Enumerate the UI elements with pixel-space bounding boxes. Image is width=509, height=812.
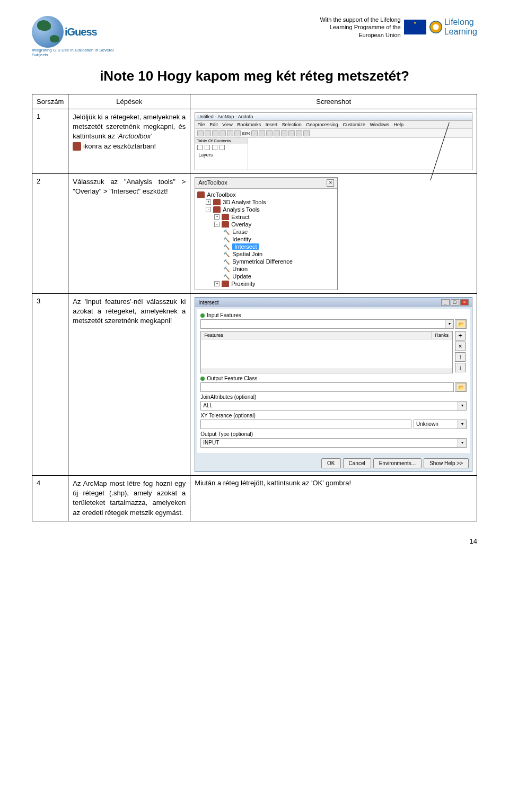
required-dot-icon xyxy=(200,377,205,381)
step-number: 1 xyxy=(32,109,68,174)
xy-unit-dropdown[interactable]: Unknown▾ xyxy=(414,420,467,429)
tree-node[interactable]: ArcToolbox xyxy=(197,191,335,198)
tree-tool[interactable]: Union xyxy=(197,265,335,273)
menu-item[interactable]: Windows xyxy=(370,122,389,127)
menu-item[interactable]: Customize xyxy=(343,122,365,127)
expand-icon[interactable]: + xyxy=(206,199,211,205)
toolbox-icon xyxy=(213,199,221,205)
add-button[interactable]: + xyxy=(455,331,466,340)
toolbar-icon[interactable] xyxy=(266,130,273,136)
table-row: 3 Az 'Input features'-nél válasszuk ki a… xyxy=(32,294,477,476)
tree-node[interactable]: -Analysis Tools xyxy=(197,206,335,213)
output-class-label: Output Feature Class xyxy=(207,376,257,381)
toolbar-icon[interactable] xyxy=(288,130,295,136)
maximize-icon[interactable]: ▢ xyxy=(451,299,459,305)
cancel-button[interactable]: Cancel xyxy=(343,458,371,468)
browse-button[interactable]: 📂 xyxy=(455,382,467,392)
step-text: Válasszuk az "Analysis tools" > "Overlay… xyxy=(68,174,190,294)
scrollbar[interactable] xyxy=(201,369,452,373)
close-icon[interactable]: × xyxy=(327,179,334,187)
expand-icon[interactable]: + xyxy=(214,281,220,286)
col-lepesek: Lépések xyxy=(68,94,190,109)
browse-button[interactable]: 📂 xyxy=(455,319,467,329)
toolbar-icon[interactable] xyxy=(251,130,258,136)
minimize-icon[interactable]: _ xyxy=(441,299,450,305)
close-icon[interactable]: × xyxy=(460,299,469,305)
move-down-button[interactable]: ↓ xyxy=(455,363,466,372)
screenshot-cell: Intersect _ ▢ × Input Features ▾ 📂 xyxy=(190,294,477,476)
eu-programme-logo: With the support of the Lifelong Learnin… xyxy=(320,16,477,39)
collapse-icon[interactable]: - xyxy=(214,222,220,227)
output-class-field[interactable] xyxy=(200,382,454,392)
step-number: 4 xyxy=(32,476,68,521)
toolbar-icon[interactable] xyxy=(197,130,204,136)
hammer-icon xyxy=(223,251,230,257)
menu-item[interactable]: Geoprocessing xyxy=(306,122,338,127)
toolbar-icon[interactable] xyxy=(259,130,265,136)
menu-bar: File Edit View Bookmarks Insert Selectio… xyxy=(195,121,472,129)
menu-item[interactable]: Bookmarks xyxy=(237,122,261,127)
screenshot-cell: ArcToolbox × ArcToolbox +3D Analyst Tool… xyxy=(190,174,477,294)
ranks-column: Ranks xyxy=(432,331,452,339)
tree-tool[interactable]: Identity xyxy=(197,235,335,243)
tree-tool[interactable]: Erase xyxy=(197,228,335,235)
step-text: Jelöljük ki a rétegeket, amelyeknek a me… xyxy=(68,109,190,174)
toolbar-icon[interactable] xyxy=(303,130,310,136)
toolbar-icon[interactable] xyxy=(227,130,233,136)
layers-item[interactable]: Layers xyxy=(195,151,248,159)
environments-button[interactable]: Environments... xyxy=(373,458,422,468)
tree-tool[interactable]: Update xyxy=(197,273,335,280)
toolbar-icon[interactable] xyxy=(274,130,280,136)
toolbar-icon[interactable] xyxy=(234,130,241,136)
menu-item[interactable]: Selection xyxy=(282,122,302,127)
toolbar-icon[interactable] xyxy=(205,130,211,136)
toolbar-icon[interactable] xyxy=(212,130,218,136)
arctoolbox-panel-screenshot: ArcToolbox × ArcToolbox +3D Analyst Tool… xyxy=(195,177,338,290)
ok-button[interactable]: OK xyxy=(321,458,340,468)
remove-button[interactable]: × xyxy=(455,342,466,351)
toc-title: Table Of Contents xyxy=(195,138,248,144)
iguess-brand-text: iGuess xyxy=(65,26,97,38)
toolbar-icon[interactable] xyxy=(220,130,226,136)
expand-icon[interactable]: + xyxy=(214,214,220,220)
tree-tool[interactable]: Spatial Join xyxy=(197,250,335,258)
menu-item[interactable]: Insert xyxy=(266,122,278,127)
features-list[interactable]: Features Ranks xyxy=(200,331,453,373)
show-help-button[interactable]: Show Help >> xyxy=(424,458,469,468)
tree-node[interactable]: -Overlay xyxy=(197,221,335,228)
collapse-icon[interactable]: - xyxy=(206,207,211,212)
chevron-down-icon[interactable]: ▾ xyxy=(458,420,466,429)
iguess-subtitle: Integrating GIS Use in Education in Seve… xyxy=(32,48,127,57)
move-up-button[interactable]: ↑ xyxy=(455,352,466,362)
tree-tool[interactable]: Symmetrical Difference xyxy=(197,258,335,265)
page-number: 14 xyxy=(32,537,477,545)
menu-item[interactable]: File xyxy=(197,122,205,127)
features-column: Features xyxy=(201,331,432,339)
chevron-down-icon[interactable]: ▾ xyxy=(458,401,466,410)
chevron-down-icon[interactable]: ▾ xyxy=(458,439,466,447)
join-attr-label: JoinAttributes (optional) xyxy=(200,394,467,400)
chevron-down-icon[interactable]: ▾ xyxy=(445,320,453,328)
xy-tol-label: XY Tolerance (optional) xyxy=(200,413,467,418)
toolbox-icon xyxy=(222,281,229,287)
tree-node[interactable]: +3D Analyst Tools xyxy=(197,198,335,206)
toolbar-icon[interactable] xyxy=(281,130,287,136)
folder-icon: 📂 xyxy=(457,320,466,328)
hammer-icon xyxy=(223,229,230,235)
output-type-dropdown[interactable]: INPUT▾ xyxy=(200,438,467,448)
menu-item[interactable]: Edit xyxy=(209,122,218,127)
globe-icon: iGuess xyxy=(32,16,127,48)
tree-node[interactable]: +Extract xyxy=(197,213,335,221)
menu-item[interactable]: View xyxy=(222,122,232,127)
tool-tree: ArcToolbox +3D Analyst Tools -Analysis T… xyxy=(195,189,337,290)
toolbar-icon[interactable] xyxy=(296,130,302,136)
input-features-dropdown[interactable]: ▾ xyxy=(200,319,454,329)
window-buttons: _ ▢ × xyxy=(441,299,469,305)
join-attr-dropdown[interactable]: ALL▾ xyxy=(200,401,467,411)
tree-node[interactable]: +Proximity xyxy=(197,280,335,287)
menu-item[interactable]: Help xyxy=(393,122,403,127)
result-cell: Miután a réteg létrejött, kattintsunk az… xyxy=(190,476,477,521)
xy-tolerance-field[interactable] xyxy=(200,420,411,429)
iguess-logo: iGuess Integrating GIS Use in Education … xyxy=(32,16,127,57)
tree-tool-selected[interactable]: Intersect xyxy=(197,243,335,250)
